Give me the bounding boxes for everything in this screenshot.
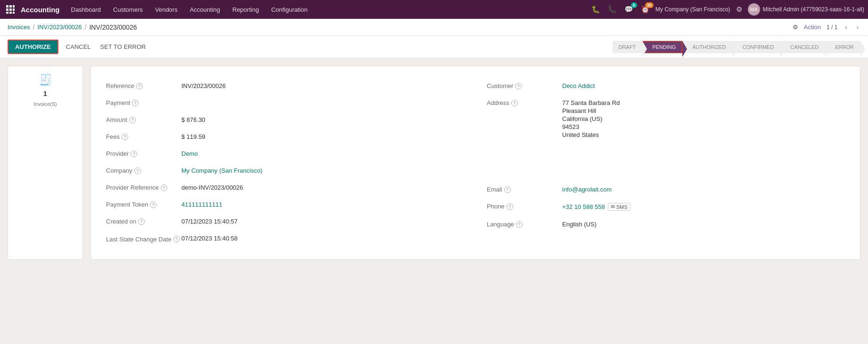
address-value: 77 Santa Barbara Rd Pleasant Hill Califo… [562, 99, 620, 138]
nav-vendors[interactable]: Vendors [149, 3, 183, 16]
payment-token-field: Payment Token ? 411111111111 [106, 196, 464, 213]
step-authorized[interactable]: AUTHORIZED [683, 41, 733, 53]
language-label: Language ? [487, 221, 562, 228]
invoice-count: 1 [43, 90, 47, 97]
created-on-value: 07/12/2023 15:40:57 [181, 218, 464, 225]
app-grid-icon[interactable] [4, 3, 17, 16]
svg-rect-6 [6, 12, 8, 14]
user-name: Mitchell Admin (47759023-saas-16-1-all) [763, 6, 864, 13]
cancel-button[interactable]: CANCEL [64, 40, 93, 53]
customer-help[interactable]: ? [515, 83, 522, 89]
language-field: Language ? English (US) [487, 216, 845, 233]
breadcrumb-invoices[interactable]: Invoices [8, 24, 30, 31]
created-help[interactable]: ? [138, 218, 145, 225]
amount-value: $ 876.30 [181, 116, 464, 123]
chat-icon[interactable]: 💬5 [622, 3, 635, 16]
company-label: Company ? [106, 167, 181, 174]
fees-field: Fees ? $ 119.59 [106, 128, 464, 145]
nav-configuration[interactable]: Configuration [265, 3, 313, 16]
svg-rect-2 [13, 5, 15, 8]
customer-label: Customer ? [487, 82, 562, 89]
nav-dashboard[interactable]: Dashboard [66, 3, 107, 16]
activity-icon[interactable]: ⏰35 [639, 3, 652, 16]
bug-icon[interactable]: 🐛 [590, 3, 602, 16]
phone-help[interactable]: ? [507, 203, 513, 210]
side-panel: 🧾 1 Invoice(S) [8, 66, 83, 260]
payment-label: Payment ? [106, 99, 181, 106]
step-confirmed[interactable]: CONFIRMED [733, 41, 781, 53]
breadcrumb-bar: Invoices / INV/2023/00026 / INV/2023/000… [0, 19, 868, 36]
action-button[interactable]: Action [804, 24, 821, 31]
provider-value[interactable]: Demo [181, 150, 198, 157]
step-canceled[interactable]: CANCELED [781, 41, 825, 53]
toolbar: AUTHORIZE CANCEL SET TO ERROR DRAFT PEND… [0, 36, 868, 58]
phone-value[interactable]: +32 10 588 558 [562, 203, 605, 210]
amount-field: Amount ? $ 876.30 [106, 112, 464, 128]
phone-field: Phone ? +32 10 588 558 ✉ SMS [487, 198, 845, 216]
payment-help[interactable]: ? [132, 100, 139, 106]
left-column: Reference ? INV/2023/00026 Payment ? Amo… [106, 78, 464, 248]
settings-icon[interactable]: ⚙ [734, 3, 744, 16]
payment-field: Payment ? [106, 95, 464, 112]
user-profile[interactable]: MA Mitchell Admin (47759023-saas-16-1-al… [748, 3, 864, 16]
company-help[interactable]: ? [134, 168, 141, 174]
step-error[interactable]: ERROR [826, 41, 860, 53]
svg-rect-3 [6, 8, 8, 11]
fees-value: $ 119.59 [181, 133, 464, 140]
language-value: English (US) [562, 221, 845, 228]
sms-button[interactable]: ✉ SMS [608, 203, 631, 211]
last-state-help[interactable]: ? [173, 236, 180, 242]
reference-value: INV/2023/00026 [181, 82, 464, 89]
svg-rect-0 [6, 5, 8, 8]
company-value[interactable]: My Company (San Francisco) [181, 167, 262, 174]
right-column: Customer ? Deco Addict Address ? 77 Sant… [487, 78, 845, 248]
chat-badge: 5 [631, 2, 637, 8]
address-field: Address ? 77 Santa Barbara Rd Pleasant H… [487, 95, 845, 144]
avatar: MA [748, 3, 760, 16]
payment-token-label: Payment Token ? [106, 201, 181, 208]
language-help[interactable]: ? [516, 221, 523, 228]
reference-help[interactable]: ? [136, 83, 143, 89]
nav-accounting[interactable]: Accounting [184, 3, 226, 16]
breadcrumb-current: INV/2023/00026 [89, 24, 137, 31]
action-gear-icon: ⚙ [793, 24, 798, 31]
fees-label: Fees ? [106, 133, 181, 140]
main-content: 🧾 1 Invoice(S) Reference ? INV/2023/0002… [0, 58, 868, 267]
set-to-error-button[interactable]: SET TO ERROR [98, 40, 148, 53]
nav-customers[interactable]: Customers [107, 3, 148, 16]
last-state-value: 07/12/2023 15:40:58 [181, 235, 464, 242]
phone-row: +32 10 588 558 ✉ SMS [562, 203, 631, 211]
breadcrumb-inv1[interactable]: INV/2023/00026 [38, 24, 82, 31]
step-draft[interactable]: DRAFT [613, 41, 642, 53]
company-name[interactable]: My Company (San Francisco) [655, 6, 730, 13]
step-pending[interactable]: PENDING [643, 41, 682, 53]
nav-menu: Dashboard Customers Vendors Accounting R… [66, 3, 588, 16]
svg-rect-1 [9, 5, 12, 8]
prev-arrow[interactable]: ‹ [843, 23, 849, 32]
email-value[interactable]: info@agrolait.com [562, 186, 612, 193]
payment-token-value[interactable]: 411111111111 [181, 201, 222, 208]
company-field: Company ? My Company (San Francisco) [106, 162, 464, 179]
authorize-button[interactable]: AUTHORIZE [8, 40, 58, 54]
svg-rect-5 [13, 8, 15, 11]
address-help[interactable]: ? [511, 100, 518, 106]
activity-badge: 35 [645, 2, 654, 8]
provider-ref-help[interactable]: ? [161, 184, 167, 191]
provider-field: Provider ? Demo [106, 145, 464, 162]
provider-help[interactable]: ? [131, 151, 137, 157]
nav-reporting[interactable]: Reporting [227, 3, 264, 16]
sms-icon: ✉ [611, 204, 615, 210]
next-arrow[interactable]: › [855, 23, 860, 32]
amount-help[interactable]: ? [129, 117, 136, 123]
breadcrumb: Invoices / INV/2023/00026 / INV/2023/000… [8, 24, 137, 31]
reference-label: Reference ? [106, 82, 181, 89]
token-help[interactable]: ? [150, 201, 156, 208]
breadcrumb-action: ⚙ Action 1 / 1 ‹ › [793, 23, 860, 32]
provider-reference-field: Provider Reference ? demo-INV/2023/00026 [106, 179, 464, 196]
last-state-field: Last State Change Date ? 07/12/2023 15:4… [106, 230, 464, 248]
email-help[interactable]: ? [504, 186, 511, 193]
phone-icon[interactable]: 📞 [606, 3, 619, 16]
customer-value[interactable]: Deco Addict [562, 82, 595, 89]
fees-help[interactable]: ? [122, 134, 128, 140]
customer-field: Customer ? Deco Addict [487, 78, 845, 95]
